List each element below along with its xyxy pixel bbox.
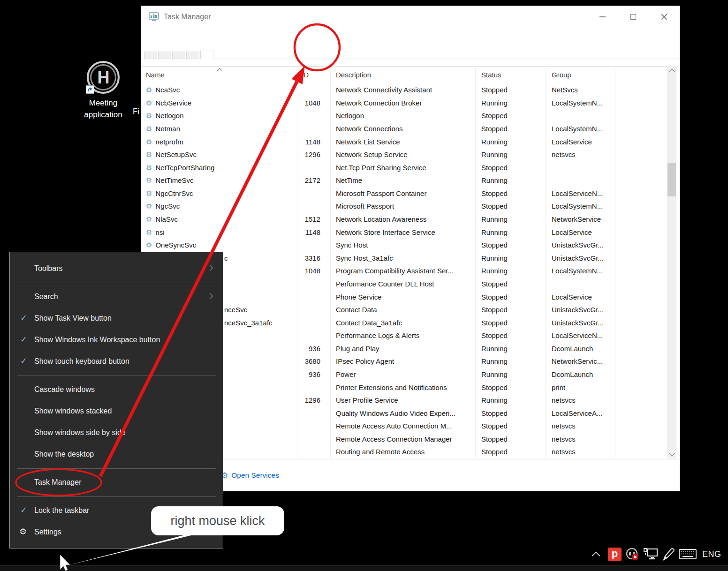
service-row[interactable]: ⚙NlaSvc 1512 Network Location Awareness … <box>141 213 667 226</box>
service-description: Remote Access Auto Connection M... <box>329 422 475 430</box>
context-menu-item-label: Toolbars <box>34 264 62 273</box>
language-indicator[interactable]: ENG <box>702 549 721 559</box>
scroll-up-icon[interactable] <box>667 66 676 75</box>
service-row[interactable]: ⚙NgcSvc Microsoft Passport Stopped Local… <box>141 200 667 213</box>
service-row[interactable]: ⚙NcbService 1048 Network Connection Brok… <box>141 97 667 110</box>
taskbar-strip <box>0 565 728 571</box>
tab[interactable] <box>158 52 171 59</box>
service-name: netprofm <box>155 138 183 146</box>
service-name: NgcSvc <box>155 202 180 210</box>
service-group: print <box>546 383 615 391</box>
shortcut-arrow-icon <box>86 85 94 94</box>
tab[interactable] <box>186 52 199 59</box>
service-status: Running <box>475 176 546 184</box>
show-hidden-icons-chevron-up-icon[interactable] <box>591 548 602 560</box>
service-row[interactable]: ⚙NetSetupSvc 1296 Network Setup Service … <box>141 148 667 161</box>
service-row[interactable]: ⚙NetTcpPortSharing Net.Tcp Port Sharing … <box>141 161 667 174</box>
context-menu-item[interactable]: ✓ ⚙ Show the desktop <box>10 443 223 465</box>
service-name: NcbService <box>155 99 191 107</box>
touch-keyboard-icon[interactable] <box>679 548 697 560</box>
column-header-pid[interactable]: PID <box>297 71 329 79</box>
service-group: NetworkService <box>546 215 615 223</box>
minimize-icon <box>599 16 606 17</box>
service-description: Quality Windows Audio Video Experi... <box>329 409 475 417</box>
settings-gear-icon: ⚙ <box>19 526 27 537</box>
service-description: User Profile Service <box>329 396 475 404</box>
service-row[interactable]: ⚙NcaSvc Network Connectivity Assistant S… <box>141 83 667 97</box>
service-gear-icon: ⚙ <box>146 86 152 93</box>
title-bar: Task Manager <box>141 6 680 28</box>
service-group: UnistackSvcGr... <box>546 319 615 327</box>
service-gear-icon: ⚙ <box>146 112 152 119</box>
minimize-button[interactable] <box>587 6 618 28</box>
close-button[interactable] <box>649 6 680 28</box>
service-pid: 3680 <box>297 357 329 365</box>
service-gear-icon: ⚙ <box>146 138 152 145</box>
service-status: Stopped <box>475 435 546 443</box>
powerpoint-tray-icon[interactable]: p <box>608 548 622 561</box>
service-description: Microsoft Passport <box>329 202 475 210</box>
service-row[interactable]: ⚙Netlogon Netlogon Stopped <box>141 109 667 122</box>
service-description: Network Location Awareness <box>329 215 475 223</box>
service-group: UnistackSvcGr... <box>546 306 615 314</box>
context-menu-item[interactable]: ✓ ⚙ Search <box>10 286 223 308</box>
service-status: Running <box>475 345 546 353</box>
service-status: Stopped <box>475 125 546 133</box>
service-name: Netman <box>155 125 180 133</box>
service-row[interactable]: ⚙NetTimeSvc 2172 NetTime Running <box>141 174 667 187</box>
checkmark-icon: ✓ <box>20 356 27 366</box>
service-description: Power <box>329 370 475 378</box>
open-services-link[interactable]: ⚙ Open Services <box>221 471 279 480</box>
vertical-scrollbar[interactable] <box>667 66 676 458</box>
callout-text: right mouse klick <box>170 514 265 528</box>
column-header-group[interactable]: Group <box>546 71 615 79</box>
column-header-description[interactable]: Description <box>329 71 475 79</box>
service-name: NlaSvc <box>155 215 178 223</box>
callout-bubble: right mouse klick <box>151 506 284 535</box>
context-menu-separator <box>10 372 223 379</box>
context-menu-item[interactable]: ✓ ⚙ Toolbars <box>10 258 223 279</box>
scroll-down-icon[interactable] <box>667 450 676 458</box>
service-group: LocalService <box>546 138 615 146</box>
audio-device-error-icon[interactable] <box>625 547 639 561</box>
meeting-app-logo-icon: H <box>87 61 120 94</box>
service-name: NcaSvc <box>155 86 180 94</box>
context-menu-item[interactable]: ✓ ⚙ Show windows stacked <box>10 400 223 422</box>
context-menu-item[interactable]: ✓ ⚙ Show windows side by side <box>10 422 223 443</box>
context-menu-item[interactable]: ✓ ⚙ Task Manager <box>10 472 223 493</box>
network-ethernet-icon[interactable] <box>643 548 658 561</box>
service-status: Running <box>475 150 546 158</box>
close-icon <box>661 14 667 20</box>
service-status: Stopped <box>475 164 546 172</box>
service-pid: 1148 <box>297 228 329 236</box>
service-status: Stopped <box>475 319 546 327</box>
tab[interactable] <box>144 52 157 59</box>
service-description: Network Connectivity Assistant <box>329 86 475 94</box>
column-header-name[interactable]: Name <box>141 66 297 83</box>
context-menu-separator <box>10 279 223 286</box>
service-row[interactable]: ⚙netprofm 1148 Network List Service Runn… <box>141 135 667 148</box>
column-header-status[interactable]: Status <box>475 71 546 79</box>
service-row[interactable]: ⚙Netman Network Connections Stopped Loca… <box>141 122 667 135</box>
service-description: Plug and Play <box>329 345 475 353</box>
service-row[interactable]: ⚙NgcCtnrSvc Microsoft Passport Container… <box>141 187 667 200</box>
context-menu-item[interactable]: ✓ ⚙ Cascade windows <box>10 379 223 400</box>
service-description: Network Setup Service <box>329 150 475 158</box>
desktop-icon-meeting-application[interactable]: H Meeting application <box>70 61 136 120</box>
context-menu-item[interactable]: ✓ ⚙ Show touch keyboard button <box>10 351 223 372</box>
service-status: Stopped <box>475 331 546 339</box>
context-menu-item[interactable]: ✓ ⚙ Show Task View button <box>10 308 223 329</box>
maximize-button[interactable] <box>618 6 649 28</box>
scrollbar-thumb[interactable] <box>667 163 676 196</box>
windows-ink-pen-icon[interactable] <box>662 548 675 561</box>
context-menu-item[interactable]: ✓ ⚙ Show Windows Ink Workspace button <box>10 329 223 351</box>
service-row[interactable]: ⚙nsi 1148 Network Store Interface Servic… <box>141 225 667 239</box>
service-description: Performance Logs & Alerts <box>329 331 475 339</box>
tab[interactable] <box>200 51 213 59</box>
tab[interactable] <box>172 52 185 59</box>
service-row[interactable]: ⚙OneSyncSvc Sync Host Stopped UnistackSv… <box>141 239 667 252</box>
service-description: Network Connection Broker <box>329 99 475 107</box>
service-group: DcomLaunch <box>546 370 615 378</box>
service-description: IPsec Policy Agent <box>329 357 475 365</box>
service-group: netsvcs <box>546 435 615 443</box>
